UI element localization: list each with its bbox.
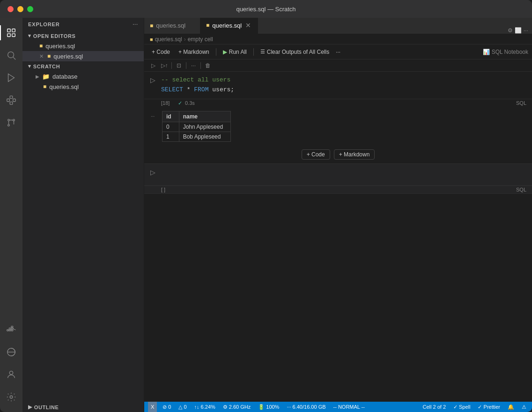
sidebar-folder-database[interactable]: ▶ 📁 database: [22, 71, 144, 81]
main-area: EXPLORER ··· ▾ OPEN EDITORS ■ queries.sq…: [0, 18, 532, 412]
file-icon: ■: [43, 83, 46, 90]
tab-file-icon: ■: [150, 22, 153, 29]
status-xmark[interactable]: X: [148, 402, 157, 412]
activity-docker[interactable]: [0, 318, 22, 341]
cell-row-0-id: 0: [163, 122, 179, 132]
minimize-button[interactable]: [17, 6, 23, 12]
tab-close-button[interactable]: ✕: [244, 22, 252, 29]
breadcrumb-separator: ›: [184, 36, 186, 43]
status-errors[interactable]: ⊘ 0: [161, 402, 173, 412]
cell-2-run-area[interactable]: ▷: [144, 168, 161, 176]
file-icon: ■: [39, 43, 43, 49]
run-cell-button[interactable]: ▷: [148, 60, 158, 71]
sidebar-file-queries-1[interactable]: ■ queries.sql: [22, 41, 144, 51]
add-cell-row: + Code + Markdown: [144, 146, 532, 163]
battery-icon: 🔋: [258, 404, 265, 410]
status-warnings[interactable]: △ 0: [177, 402, 188, 412]
status-alert[interactable]: ⚠: [520, 402, 528, 412]
chevron-right-icon: ▶: [28, 404, 32, 410]
tab-split-icon[interactable]: ⬜: [515, 27, 522, 34]
status-processor[interactable]: ⚙ 2.60 GHz: [221, 402, 252, 412]
activity-bottom: [0, 318, 22, 412]
tab-queries-2[interactable]: ■ queries.sql ✕: [200, 18, 258, 34]
file-icon: ■: [47, 53, 51, 59]
svg-rect-8: [13, 99, 15, 102]
error-icon: ⊘: [163, 404, 167, 410]
cell-action-separator: [171, 62, 172, 69]
chevron-right-icon: ▶: [36, 74, 39, 79]
status-cell-info[interactable]: Cell 2 of 2: [421, 402, 448, 412]
activity-account[interactable]: [0, 363, 22, 386]
close-button[interactable]: [7, 6, 14, 12]
activity-edge[interactable]: [0, 341, 22, 363]
run-above-button[interactable]: ▷↑: [159, 60, 170, 71]
chevron-down-icon: ▾: [28, 63, 31, 69]
status-cpu[interactable]: ↑↓ 6.24%: [192, 402, 217, 412]
modified-icon: ✕: [39, 53, 44, 59]
more-cell-actions[interactable]: ···: [188, 60, 199, 71]
notebook-toolbar: + Code + Markdown ▶ Run All ☰ Clear Outp…: [144, 44, 532, 59]
toolbar-more-button[interactable]: ···: [334, 46, 342, 58]
cell-run-area[interactable]: ▷: [144, 75, 161, 84]
tab-queries-1[interactable]: ■ queries.sql: [144, 18, 200, 34]
col-name: name: [179, 111, 230, 122]
activity-git[interactable]: [0, 111, 22, 134]
breadcrumb: ■ queries.sql › empty cell: [144, 34, 532, 44]
table-row: 0 John Appleseed: [163, 122, 231, 132]
svg-point-13: [8, 125, 10, 126]
status-battery[interactable]: 🔋 100%: [256, 402, 281, 412]
clear-outputs-button[interactable]: ☰ Clear Outputs of All Cells: [257, 46, 333, 58]
activity-search[interactable]: [0, 44, 22, 66]
code-line-1: -- select all users: [161, 75, 532, 85]
cell-2-code-area[interactable]: [161, 168, 532, 182]
svg-rect-1: [12, 29, 15, 32]
activity-settings[interactable]: [0, 386, 22, 408]
tab-settings-icon[interactable]: ⚙: [508, 27, 513, 34]
svg-rect-2: [7, 34, 10, 37]
svg-rect-16: [9, 330, 11, 331]
section-open-editors[interactable]: ▾ OPEN EDITORS: [22, 31, 144, 41]
cell-action-separator-2: [186, 62, 186, 69]
status-notifications[interactable]: 🔔: [506, 402, 516, 412]
cell-code-area[interactable]: -- select all users SELECT * FROM users;: [161, 75, 532, 95]
delete-cell-button[interactable]: 🗑: [203, 60, 213, 71]
sql-notebook-icon: 📊: [483, 49, 490, 55]
code-line-2: SELECT * FROM users;: [161, 85, 532, 95]
output-dots: ···: [151, 114, 155, 119]
run-icon: ▶: [223, 49, 227, 55]
cell-1-footer: [18] ✓ 0.3s SQL: [144, 99, 532, 107]
warning-icon: △: [178, 404, 182, 410]
status-memory[interactable]: ··· 6.40/16.00 GB: [285, 402, 327, 412]
add-markdown-button[interactable]: + Markdown: [175, 46, 213, 58]
section-outline[interactable]: ▶ OUTLINE: [22, 402, 144, 412]
svg-point-4: [8, 52, 14, 58]
activity-run[interactable]: [0, 66, 22, 89]
cell-action-separator-3: [200, 62, 201, 69]
add-markdown-inline-button[interactable]: + Markdown: [334, 149, 375, 160]
folder-icon: 📁: [42, 73, 50, 80]
tabs-end-actions: ⚙ ⬜ ···: [504, 27, 532, 34]
cell-2: ▷ [ ] SQL: [144, 164, 532, 194]
status-prettier[interactable]: ✓ Prettier: [476, 402, 502, 412]
add-code-inline-button[interactable]: + Code: [302, 149, 330, 160]
run-cell-icon[interactable]: ▷: [150, 76, 155, 84]
activity-explorer[interactable]: [0, 22, 22, 44]
memory-icon: ···: [287, 404, 291, 410]
split-cell-button[interactable]: ⊡: [174, 60, 184, 71]
sidebar-file-queries-2[interactable]: ✕ ■ queries.sql: [22, 51, 144, 61]
run-all-button[interactable]: ▶ Run All: [219, 46, 251, 58]
svg-rect-18: [9, 328, 11, 329]
sidebar-more-icon[interactable]: ···: [133, 22, 138, 27]
maximize-button[interactable]: [27, 6, 33, 12]
status-spell[interactable]: ✓ Spell: [451, 402, 472, 412]
add-code-button[interactable]: + Code: [148, 46, 174, 58]
run-cell-2-icon[interactable]: ▷: [150, 169, 155, 176]
status-left: X ⊘ 0 △ 0 ↑↓ 6.24% ⚙: [148, 402, 367, 412]
status-mode: -- NORMAL --: [332, 402, 367, 412]
tab-more-icon[interactable]: ···: [524, 27, 528, 34]
svg-point-21: [9, 371, 13, 375]
section-scratch[interactable]: ▾ SCRATCH: [22, 61, 144, 71]
activity-extensions[interactable]: [0, 89, 22, 111]
tabs-bar: ■ queries.sql ■ queries.sql ✕ ⚙ ⬜ ···: [144, 18, 532, 34]
sidebar-file-queries-scratch[interactable]: ■ queries.sql: [22, 81, 144, 92]
